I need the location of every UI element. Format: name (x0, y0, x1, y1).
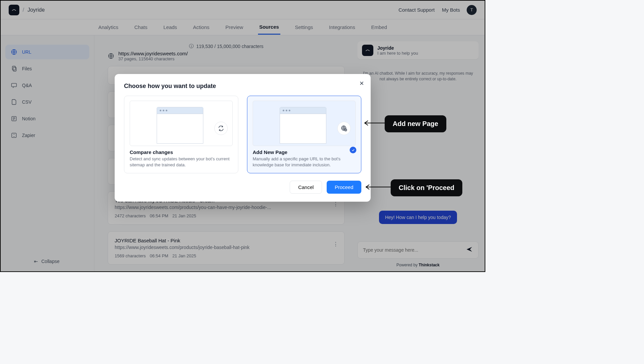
choice-title: Add New Page (253, 149, 356, 155)
choice-add-new-page[interactable]: Add New Page Manually add a specific pag… (247, 96, 361, 173)
add-page-illustration (253, 101, 356, 146)
choice-desc: Manually add a specific page URL to the … (253, 156, 356, 168)
modal-title: Choose how you want to update (124, 83, 361, 90)
modal-backdrop: ✕ Choose how you want to update Compare … (1, 1, 485, 271)
proceed-button[interactable]: Proceed (327, 181, 361, 194)
annotation-add-page: Add new Page (385, 115, 446, 132)
annotation-click-proceed: Click on 'Proceed (391, 179, 462, 196)
close-icon[interactable]: ✕ (359, 80, 364, 87)
choice-title: Compare changes (130, 149, 233, 155)
globe-plus-icon (337, 122, 351, 135)
check-icon (350, 147, 356, 153)
compare-illustration (130, 101, 233, 146)
sync-icon (214, 122, 228, 135)
choice-desc: Detect and sync updates between your bot… (130, 156, 233, 168)
update-choice-modal: ✕ Choose how you want to update Compare … (115, 74, 371, 202)
cancel-button[interactable]: Cancel (290, 181, 322, 194)
choice-compare-changes[interactable]: Compare changes Detect and sync updates … (124, 96, 238, 173)
